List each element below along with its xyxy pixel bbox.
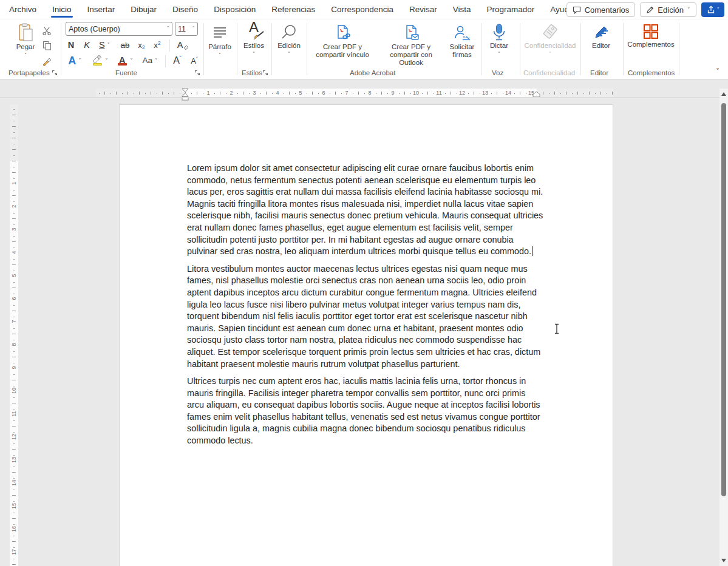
font-dialog-launcher[interactable] — [194, 70, 200, 76]
microphone-icon — [491, 23, 507, 41]
word-window: Archivo Inicio Insertar Dibujar Diseño D… — [0, 0, 728, 566]
ruler-tick — [104, 92, 105, 95]
clear-formatting-button[interactable]: A — [175, 38, 192, 52]
change-case-button[interactable]: Aa ˅ — [138, 54, 162, 67]
indent-markers[interactable] — [180, 88, 190, 101]
ruler-number: 4 — [11, 248, 17, 257]
share-button[interactable]: ˅ — [701, 2, 725, 17]
italic-button[interactable]: K — [80, 38, 94, 52]
tab-inicio[interactable]: Inicio — [44, 0, 80, 19]
editing-label: Edición — [277, 42, 301, 50]
ruler-tick — [12, 403, 16, 403]
vertical-scrollbar[interactable] — [719, 89, 728, 566]
ruler-tick — [445, 93, 446, 94]
sensitivity-label: Confidencialidad — [524, 42, 576, 50]
request-signatures-label: Solicitar firmas — [445, 43, 479, 59]
tab-referencias[interactable]: Referencias — [264, 0, 323, 19]
tab-archivo[interactable]: Archivo — [1, 0, 44, 19]
strikethrough-glyph: ab — [121, 41, 129, 49]
ruler-tick — [12, 426, 16, 426]
paste-label: Pegar — [16, 43, 35, 51]
scroll-up-arrow[interactable] — [721, 92, 726, 96]
tab-revisar[interactable]: Revisar — [401, 0, 445, 19]
ruler-tick — [13, 351, 15, 352]
addins-button[interactable]: Complementos — [625, 23, 676, 49]
paste-button[interactable]: Pegar ˅ — [11, 23, 40, 58]
chevron-down-icon: ˅ — [253, 52, 256, 57]
document-page[interactable]: Lorem ipsum dolor sit amet consectetur a… — [119, 104, 613, 566]
tab-programador[interactable]: Programador — [479, 0, 543, 19]
ruler-tick — [12, 126, 16, 127]
find-icon — [281, 23, 297, 41]
tab-dibujar[interactable]: Dibujar — [123, 0, 165, 19]
vertical-ruler[interactable]: 1234567891011121314151617 — [10, 104, 18, 566]
ruler-tick — [243, 92, 243, 95]
editing-mode-button[interactable]: Edición ˅ — [640, 2, 696, 17]
chevron-down-icon: ˅ — [192, 26, 196, 32]
paragraph-menu-button[interactable]: Párrafo ˅ — [205, 23, 235, 58]
scrollbar-thumb[interactable] — [721, 103, 726, 496]
editor-button[interactable]: Editor — [583, 23, 619, 50]
create-pdf-share-link-button[interactable]: Crear PDF y compartir vínculo — [309, 24, 376, 59]
font-family-select[interactable]: Aptos (Cuerpo) ˅ — [66, 22, 172, 36]
ruler-tick — [514, 93, 515, 94]
underline-button[interactable]: S ˅ — [95, 38, 114, 52]
subscript-button[interactable]: x 2 — [135, 38, 148, 52]
ruler-tick — [549, 93, 549, 94]
comments-button[interactable]: Comentarios — [566, 2, 636, 17]
text-effects-button[interactable]: A ˅ — [64, 54, 85, 67]
editing-menu-button[interactable]: Edición ˅ — [273, 23, 305, 57]
ruler-tick — [427, 92, 428, 95]
clipboard-dialog-launcher[interactable] — [52, 70, 58, 76]
paragraph[interactable]: Ultrices turpis nec cum aptent eros hac,… — [187, 376, 544, 447]
styles-dialog-launcher[interactable] — [262, 70, 268, 76]
dictate-button[interactable]: Dictar ˅ — [483, 23, 515, 57]
ruler-tick — [12, 195, 16, 196]
font-size-select[interactable]: 11 ˅ — [175, 22, 198, 36]
ruler-tick — [289, 92, 290, 95]
tab-diseno[interactable]: Diseño — [165, 0, 206, 19]
tab-vista[interactable]: Vista — [445, 0, 479, 19]
ruler-number: 7 — [11, 317, 17, 326]
font-color-button[interactable]: A ˅ — [114, 54, 135, 67]
chevron-down-icon: ˅ — [167, 26, 170, 32]
ruler-tick — [13, 213, 15, 214]
request-signatures-button[interactable]: x Solicitar firmas — [445, 24, 479, 59]
font-family-value: Aptos (Cuerpo) — [69, 25, 120, 33]
document-text[interactable]: Lorem ipsum dolor sit amet consectetur a… — [187, 163, 544, 453]
ruler-tick — [249, 93, 250, 94]
ruler-tick — [13, 559, 15, 559]
ruler-number: 11 — [436, 89, 441, 97]
shrink-font-button[interactable]: A ˇ — [187, 54, 202, 67]
tab-insertar[interactable]: Insertar — [80, 0, 123, 19]
ruler-number: 11 — [11, 409, 17, 418]
ruler-number: 9 — [11, 363, 17, 372]
styles-menu-button[interactable]: A Estilos ˅ — [238, 23, 270, 57]
scroll-down-arrow[interactable] — [721, 559, 726, 562]
ruler-tick — [12, 138, 16, 138]
ruler-number: 14 — [505, 89, 511, 97]
ruler-tick — [12, 264, 16, 265]
grow-font-button[interactable]: A ˆ — [170, 54, 185, 67]
dictate-label: Dictar — [490, 42, 508, 50]
paragraph[interactable]: Litora vestibulum montes auctor maecenas… — [187, 263, 544, 370]
bold-button[interactable]: N — [64, 38, 78, 52]
highlight-color-button[interactable]: ˅ — [89, 54, 111, 67]
ruler-tick — [157, 93, 157, 94]
ruler-tick — [214, 93, 215, 94]
strikethrough-button[interactable]: ab — [117, 38, 133, 52]
ruler-tick — [577, 92, 578, 95]
ruler-tick — [12, 518, 16, 519]
tab-disposicion[interactable]: Disposición — [206, 0, 264, 19]
tab-correspondencia[interactable]: Correspondencia — [323, 0, 401, 19]
chevron-down-icon: ˅ — [78, 58, 81, 64]
create-pdf-outlook-button[interactable]: Crear PDF y compartir con Outlook — [377, 24, 445, 67]
collapse-ribbon-button[interactable]: ˅ — [716, 68, 719, 75]
paragraph[interactable]: Lorem ipsum dolor sit amet consectetur a… — [187, 163, 544, 258]
format-painter-button[interactable] — [40, 55, 53, 68]
copy-button[interactable] — [40, 39, 53, 52]
ruler-tick — [341, 93, 342, 94]
cut-button[interactable] — [40, 24, 53, 38]
superscript-button[interactable]: x 2 — [151, 38, 164, 52]
underline-glyph: S — [99, 41, 105, 50]
